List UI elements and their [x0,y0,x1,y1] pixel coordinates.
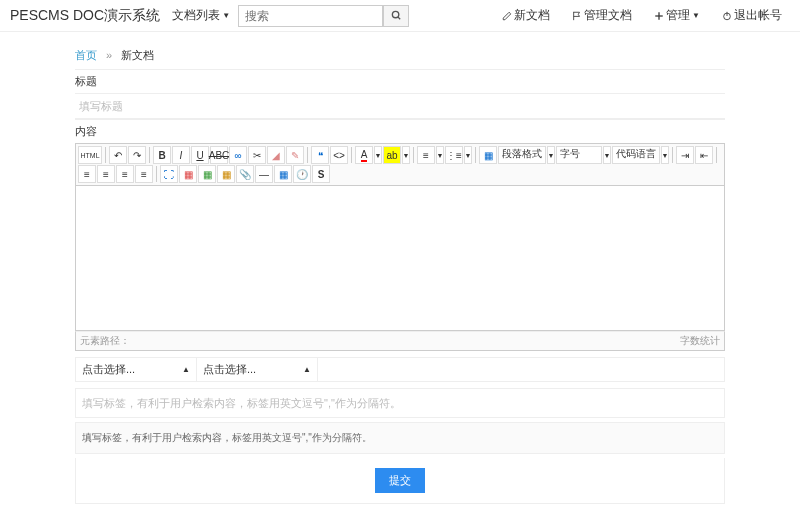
hr-button[interactable]: — [255,165,273,183]
category-selects: 点击选择... ▲ 点击选择... ▲ [75,357,725,382]
caret-up-icon[interactable]: ▲ [176,365,196,374]
time-button[interactable]: 🕐 [293,165,311,183]
underline-button[interactable]: U [191,146,209,164]
tb-extra1[interactable]: ▦ [179,165,197,183]
caret-down-icon: ▼ [222,11,230,20]
tb-extra2[interactable]: ▦ [198,165,216,183]
editor-footer: 元素路径： 字数统计 [75,331,725,351]
toolbar-separator [716,147,717,163]
toolbar-separator [351,147,352,163]
lang-dropdown[interactable]: ▼ [661,146,669,164]
blockquote-button[interactable]: ❝ [311,146,329,164]
outdent-button[interactable]: ⇤ [695,146,713,164]
attachment-button[interactable]: 📎 [236,165,254,183]
editor-toolbar: HTML ↶ ↷ B I U ABC ∞ ✂ ◢ ✎ ❝ <> A▼ ab▼ ≡… [75,143,725,186]
brand: PESCMS DOC演示系统 [10,7,160,25]
format-clear-button[interactable]: ✎ [286,146,304,164]
toolbar-separator [156,166,157,182]
toolbar-separator [672,147,673,163]
top-nav: PESCMS DOC演示系统 文档列表▼ 新文档 管理文档 管理▼ 退出帐号 [0,0,800,32]
element-path: 元素路径： [80,334,130,348]
power-icon [722,11,732,21]
html-button[interactable]: HTML [78,146,102,164]
italic-button[interactable]: I [172,146,190,164]
breadcrumb-separator: » [106,49,112,61]
date-button[interactable]: ▦ [274,165,292,183]
fullscreen-button[interactable]: ⛶ [160,165,178,183]
breadcrumb: 首页 » 新文档 [75,42,725,69]
toolbar-separator [307,147,308,163]
code-lang-select[interactable]: 代码语言 [612,146,660,164]
search-box [238,5,409,27]
svg-line-1 [397,17,399,19]
align-justify-button[interactable]: ≡ [135,165,153,183]
caret-down-icon: ▼ [692,11,700,20]
title-input[interactable] [75,93,725,119]
ol-dropdown[interactable]: ▼ [436,146,444,164]
code-button[interactable]: <> [330,146,348,164]
bgcolor-dropdown[interactable]: ▼ [402,146,410,164]
font-size-select[interactable]: 字号 [556,146,602,164]
edit-icon [502,11,512,21]
link-button[interactable]: ∞ [229,146,247,164]
align-center-button[interactable]: ≡ [97,165,115,183]
bold-button[interactable]: B [153,146,171,164]
title-label: 标题 [75,69,725,93]
align-right-button[interactable]: ≡ [116,165,134,183]
undo-button[interactable]: ↶ [109,146,127,164]
ul-dropdown[interactable]: ▼ [464,146,472,164]
tb-extra3[interactable]: ▦ [217,165,235,183]
size-dropdown[interactable]: ▼ [603,146,611,164]
nav-new-doc[interactable]: 新文档 [502,7,550,24]
search-icon [391,10,402,21]
align-left-button[interactable]: ≡ [78,165,96,183]
eraser-button[interactable]: ◢ [267,146,285,164]
svg-point-0 [392,11,398,17]
fontcolor-button[interactable]: A [355,146,373,164]
select-1[interactable]: 点击选择... [76,358,176,381]
strikethrough-button[interactable]: ABC [210,146,228,164]
image-button[interactable]: ▦ [479,146,497,164]
flag-icon [572,11,582,21]
plus-icon [654,11,664,21]
tags-input[interactable] [75,388,725,418]
nav-doc-list[interactable]: 文档列表▼ [172,7,230,24]
unordered-list-button[interactable]: ⋮≡ [445,146,463,164]
toolbar-separator [105,147,106,163]
tags-hint: 填写标签，有利于用户检索内容，标签用英文逗号","作为分隔符。 [75,422,725,454]
nav-manage-doc[interactable]: 管理文档 [572,7,632,24]
toolbar-separator [475,147,476,163]
fontcolor-dropdown[interactable]: ▼ [374,146,382,164]
ordered-list-button[interactable]: ≡ [417,146,435,164]
indent-button[interactable]: ⇥ [676,146,694,164]
para-dropdown[interactable]: ▼ [547,146,555,164]
bgcolor-button[interactable]: ab [383,146,401,164]
submit-button[interactable]: 提交 [375,468,425,493]
word-count[interactable]: 字数统计 [680,334,720,348]
content-label: 内容 [75,119,725,143]
caret-up-icon[interactable]: ▲ [297,365,317,374]
nav-logout[interactable]: 退出帐号 [722,7,782,24]
toolbar-separator [413,147,414,163]
nav-manage[interactable]: 管理▼ [654,7,700,24]
toolbar-separator [149,147,150,163]
unlink-button[interactable]: ✂ [248,146,266,164]
footer: PESCMS 文档系统 © Copyright 2015-2018. by th… [0,504,800,517]
para-format-select[interactable]: 段落格式 [498,146,546,164]
special-s-button[interactable]: S [312,165,330,183]
breadcrumb-current: 新文档 [121,49,154,61]
editor-body[interactable] [75,186,725,331]
search-input[interactable] [238,5,383,27]
breadcrumb-home[interactable]: 首页 [75,49,97,61]
select-2[interactable]: 点击选择... [197,358,297,381]
search-button[interactable] [383,5,409,27]
redo-button[interactable]: ↷ [128,146,146,164]
